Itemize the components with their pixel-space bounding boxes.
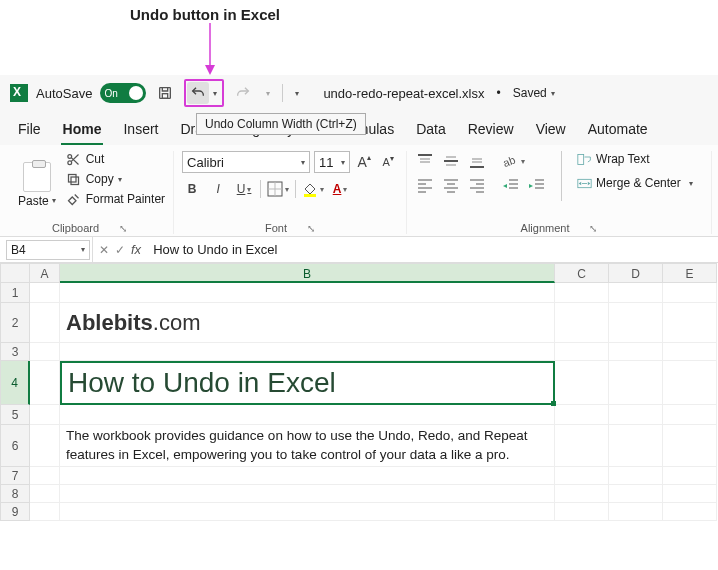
font-color-button[interactable]: A▾	[330, 179, 350, 199]
col-header-b[interactable]: B	[60, 263, 555, 283]
cell-c5[interactable]	[555, 405, 609, 425]
cell-c2[interactable]	[555, 303, 609, 343]
cell-b2[interactable]: Ablebits.com	[60, 303, 555, 343]
increase-font-button[interactable]: A▴	[354, 152, 374, 172]
fill-color-button[interactable]: ▾	[302, 179, 324, 199]
cell-d7[interactable]	[609, 467, 663, 485]
increase-indent-button[interactable]	[527, 175, 547, 195]
cell-d5[interactable]	[609, 405, 663, 425]
col-header-c[interactable]: C	[555, 263, 609, 283]
cell-a1[interactable]	[30, 283, 60, 303]
tab-file[interactable]: File	[16, 117, 43, 145]
cut-button[interactable]: Cut	[66, 151, 165, 167]
undo-dropdown[interactable]: ▾	[209, 82, 221, 104]
tab-home[interactable]: Home	[61, 117, 104, 145]
copy-button[interactable]: Copy▾	[66, 171, 165, 187]
cell-a4[interactable]	[30, 361, 60, 405]
cell-a5[interactable]	[30, 405, 60, 425]
cell-c4[interactable]	[555, 361, 609, 405]
save-button[interactable]	[154, 82, 176, 104]
cell-a3[interactable]	[30, 343, 60, 361]
cell-c3[interactable]	[555, 343, 609, 361]
select-all-corner[interactable]	[0, 263, 30, 283]
cell-c7[interactable]	[555, 467, 609, 485]
insert-function-button[interactable]: fx	[131, 242, 141, 257]
cell-a2[interactable]	[30, 303, 60, 343]
merge-center-button[interactable]: Merge & Center▾	[576, 175, 693, 191]
font-size-combo[interactable]: 11▾	[314, 151, 350, 173]
cell-d1[interactable]	[609, 283, 663, 303]
cell-b5[interactable]	[60, 405, 555, 425]
cell-b8[interactable]	[60, 485, 555, 503]
alignment-launcher[interactable]: ⤡	[589, 223, 597, 234]
row-header-8[interactable]: 8	[0, 485, 30, 503]
align-bottom-button[interactable]	[467, 151, 487, 171]
cell-e4[interactable]	[663, 361, 717, 405]
cell-b7[interactable]	[60, 467, 555, 485]
cell-e1[interactable]	[663, 283, 717, 303]
tab-review[interactable]: Review	[466, 117, 516, 145]
redo-dropdown[interactable]: ▾	[262, 82, 274, 104]
wrap-text-button[interactable]: Wrap Text	[576, 151, 693, 167]
tab-view[interactable]: View	[534, 117, 568, 145]
align-left-button[interactable]	[415, 175, 435, 195]
cell-c1[interactable]	[555, 283, 609, 303]
row-header-9[interactable]: 9	[0, 503, 30, 521]
cell-e5[interactable]	[663, 405, 717, 425]
cell-e7[interactable]	[663, 467, 717, 485]
align-middle-button[interactable]	[441, 151, 461, 171]
tab-insert[interactable]: Insert	[121, 117, 160, 145]
cell-e6[interactable]	[663, 425, 717, 467]
cell-a6[interactable]	[30, 425, 60, 467]
save-status[interactable]: Saved ▾	[513, 86, 555, 100]
cell-a7[interactable]	[30, 467, 60, 485]
borders-button[interactable]: ▾	[267, 179, 289, 199]
decrease-font-button[interactable]: A▾	[378, 152, 398, 172]
cell-e8[interactable]	[663, 485, 717, 503]
cancel-formula-button[interactable]: ✕	[99, 243, 109, 257]
row-header-7[interactable]: 7	[0, 467, 30, 485]
row-header-2[interactable]: 2	[0, 303, 30, 343]
cell-d3[interactable]	[609, 343, 663, 361]
cell-c8[interactable]	[555, 485, 609, 503]
row-header-5[interactable]: 5	[0, 405, 30, 425]
cell-d4[interactable]	[609, 361, 663, 405]
name-box[interactable]: B4▾	[6, 240, 90, 260]
col-header-a[interactable]: A	[30, 263, 60, 283]
row-header-6[interactable]: 6	[0, 425, 30, 467]
autosave-toggle[interactable]: On	[100, 83, 146, 103]
cell-e9[interactable]	[663, 503, 717, 521]
tab-automate[interactable]: Automate	[586, 117, 650, 145]
cell-d6[interactable]	[609, 425, 663, 467]
paste-button[interactable]: Paste▾	[14, 151, 60, 218]
cell-d2[interactable]	[609, 303, 663, 343]
orientation-button[interactable]: ab▾	[501, 151, 525, 171]
cell-d9[interactable]	[609, 503, 663, 521]
cell-e3[interactable]	[663, 343, 717, 361]
align-top-button[interactable]	[415, 151, 435, 171]
cell-e2[interactable]	[663, 303, 717, 343]
cell-b1[interactable]	[60, 283, 555, 303]
underline-button[interactable]: U▾	[234, 179, 254, 199]
row-header-1[interactable]: 1	[0, 283, 30, 303]
cell-c6[interactable]	[555, 425, 609, 467]
align-center-button[interactable]	[441, 175, 461, 195]
cell-b3[interactable]	[60, 343, 555, 361]
cell-a9[interactable]	[30, 503, 60, 521]
row-header-3[interactable]: 3	[0, 343, 30, 361]
tab-data[interactable]: Data	[414, 117, 448, 145]
clipboard-launcher[interactable]: ⤡	[119, 223, 127, 234]
qat-customize-dropdown[interactable]: ▾	[291, 82, 303, 104]
worksheet-grid[interactable]: A B C D E 1 2 Ablebits.com 3 4 How to Un…	[0, 263, 718, 521]
bold-button[interactable]: B	[182, 179, 202, 199]
cell-a8[interactable]	[30, 485, 60, 503]
col-header-d[interactable]: D	[609, 263, 663, 283]
align-right-button[interactable]	[467, 175, 487, 195]
font-launcher[interactable]: ⤡	[307, 223, 315, 234]
row-header-4[interactable]: 4	[0, 361, 30, 405]
format-painter-button[interactable]: Format Painter	[66, 191, 165, 207]
cell-b9[interactable]	[60, 503, 555, 521]
redo-button[interactable]	[232, 82, 254, 104]
undo-button[interactable]	[187, 82, 209, 104]
font-name-combo[interactable]: Calibri▾	[182, 151, 310, 173]
